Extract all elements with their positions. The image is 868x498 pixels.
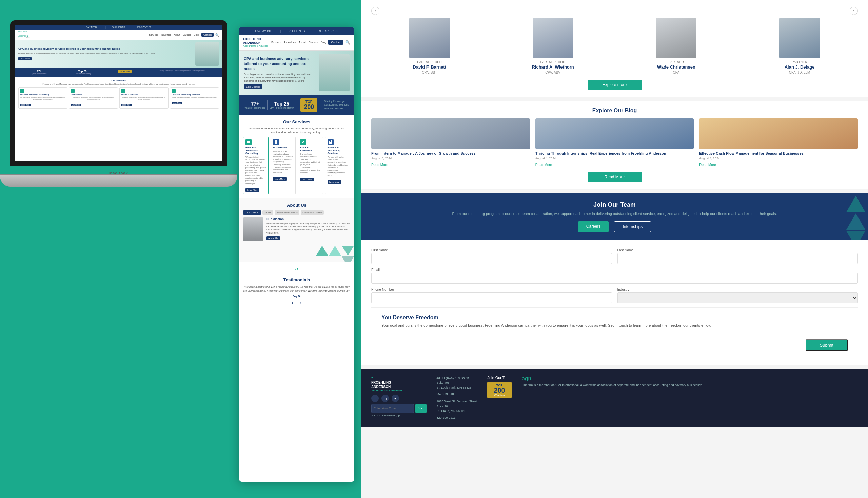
- phone-quote-icon: “: [243, 266, 350, 277]
- phone-hero-text: CPA and business advisory services tailo…: [244, 56, 315, 89]
- laptop-mockup: PAY MY BILL | FA CLIENTS | 952-979-3100 …: [0, 21, 237, 197]
- newsletter-form: Join: [371, 404, 427, 413]
- internships-btn[interactable]: Internships: [614, 221, 651, 232]
- laptop-stat-years: 77+ years of experience: [32, 69, 47, 75]
- footer-instagram-icon[interactable]: ●: [392, 394, 399, 402]
- blog-read-more-1[interactable]: Read More: [371, 163, 388, 167]
- phone-about-tabs[interactable]: Our Mission 5040 Top 200 Places to Work …: [243, 210, 350, 215]
- laptop-svc-card-1: Business Advisory & Consulting We specia…: [18, 87, 67, 108]
- blog-grid: From Intern to Manager: A Journey of Gro…: [371, 118, 858, 167]
- blog-image-3: [699, 118, 858, 149]
- phone-hero-cta[interactable]: Let's Discuss: [244, 84, 263, 89]
- partners-prev-btn[interactable]: ‹: [371, 7, 379, 15]
- phone-about-content: Our Mission We have a simple philosophy …: [243, 218, 350, 241]
- phone-phone: 952-979-3100: [319, 29, 338, 32]
- laptop-stat-award: TOP 200: [118, 69, 132, 75]
- phone-nav-links: Services Industries About Careers Blog: [271, 41, 326, 44]
- phone-about-text: Our Mission We have a simple philosophy …: [266, 218, 350, 241]
- phone-frame: PAY MY BILL | FA CLIENTS | 952-979-3100 …: [239, 27, 354, 482]
- first-name-input[interactable]: [371, 253, 612, 264]
- phone-search-icon[interactable]: 🔍: [345, 40, 350, 45]
- partner-card-3: PARTNER Wade Christensen CPA: [618, 18, 735, 74]
- laptop-stat-top: Top 25 CPA Firms consistently: [74, 69, 91, 75]
- join-team-buttons: Careers Internships: [371, 221, 858, 232]
- laptop-svc-card-4: Finance & Accounting Solutions Partner w…: [170, 87, 219, 108]
- partner-photo-3: [656, 18, 696, 58]
- laptop-bezel: PAY MY BILL | FA CLIENTS | 952-979-3100 …: [10, 21, 227, 166]
- partners-next-btn[interactable]: ›: [850, 7, 858, 15]
- phone-about-image: [243, 218, 264, 241]
- blog-read-more-2[interactable]: Read More: [535, 163, 552, 167]
- laptop-svc-icon-1: [20, 89, 24, 93]
- footer-agn-col: agn Our firm is a member of AGN Internat…: [522, 376, 703, 388]
- email-input[interactable]: [371, 273, 858, 284]
- explore-more-btn[interactable]: Explore more: [588, 80, 642, 90]
- phone-hero-image: [319, 54, 350, 91]
- laptop-contact-btn[interactable]: Contact: [201, 33, 214, 37]
- blog-read-more-all-btn[interactable]: Read More: [588, 172, 642, 182]
- form-industry-field: Industry: [617, 288, 858, 303]
- phone-svc-card-2: Tax Services Whether you're navigating a…: [270, 137, 296, 194]
- phone-svc-icon-3: [300, 139, 306, 145]
- form-contact-row: Email: [371, 268, 858, 284]
- phone-testimonial-prev[interactable]: ‹: [292, 300, 293, 305]
- laptop-services: Our Services Founded in 1946 as a Minnes…: [15, 77, 223, 111]
- last-name-input[interactable]: [617, 253, 858, 264]
- phone-tab-5040[interactable]: 5040: [263, 210, 273, 215]
- laptop-search-icon[interactable]: 🔍: [215, 33, 219, 37]
- blog-image-2: [535, 118, 694, 149]
- footer-linkedin-icon[interactable]: in: [382, 394, 389, 402]
- footer-section: ■ FROEHLING ANDERSON Accountants & Advis…: [361, 369, 868, 427]
- phone-pay-bill: PAY MY BILL: [255, 29, 273, 32]
- submit-btn[interactable]: Submit: [806, 339, 847, 351]
- phone-tab-top200[interactable]: Top 200 Places to Work: [275, 210, 299, 215]
- phone-teal-decoration: [239, 245, 354, 262]
- laptop-hero: CPA and business advisory services tailo…: [15, 40, 223, 67]
- laptop-svc-card-3: Audit & Assurance Our audit and assuranc…: [119, 87, 169, 108]
- blog-card-2: Thriving Through Internships: Real Exper…: [535, 118, 694, 167]
- form-last-name-field: Last Name: [617, 248, 858, 264]
- careers-btn[interactable]: Careers: [578, 221, 609, 232]
- phone-award: TOP 200: [301, 98, 317, 112]
- phone-about-btn[interactable]: About Us: [266, 236, 280, 240]
- partner-photo-2: [533, 18, 573, 58]
- newsletter-email-input[interactable]: [371, 404, 414, 413]
- phone-contact-btn[interactable]: Contact: [328, 40, 343, 45]
- join-triangles-decoration: [827, 193, 868, 240]
- phone-svc-card-4: Finance & Accounting Solutions Partner w…: [325, 137, 351, 194]
- blog-read-more-3[interactable]: Read More: [699, 163, 716, 167]
- footer-facebook-icon[interactable]: f: [371, 394, 379, 402]
- svg-rect-7: [330, 142, 331, 144]
- phone-mockup: PAY MY BILL | FA CLIENTS | 952-979-3100 …: [239, 27, 354, 482]
- blog-card-1: From Intern to Manager: A Journey of Gro…: [371, 118, 530, 167]
- phone-input[interactable]: [371, 292, 612, 303]
- industry-select[interactable]: [617, 292, 858, 303]
- partners-carousel: ‹ ›: [371, 7, 858, 15]
- phone-topbar: PAY MY BILL | FA CLIENTS | 952-979-3100: [239, 27, 354, 35]
- phone-services-section: Our Services Founded in 1946 as a Minnes…: [239, 115, 354, 198]
- form-first-name-field: First Name: [371, 248, 612, 264]
- laptop-logo: FROEHLING ANDERSON Accountants & Advisor…: [18, 31, 32, 39]
- newsletter-join-btn[interactable]: Join: [415, 404, 427, 413]
- laptop-topbar: PAY MY BILL | FA CLIENTS | 952-979-3100: [15, 25, 223, 29]
- phone-testimonial-next[interactable]: ›: [300, 300, 302, 305]
- laptop-cta-btn[interactable]: Let's Discuss: [18, 57, 31, 61]
- partners-grid: PARTNER, CEO David F. Barnett CPA, SBT P…: [371, 18, 858, 74]
- form-phone-field: Phone Number: [371, 288, 612, 303]
- join-team-section: Join Our Team From our mentoring program…: [361, 193, 868, 240]
- footer-logo-col: ■ FROEHLING ANDERSON Accountants & Advis…: [371, 376, 427, 417]
- phone-stat-top: Top 25 CPA Firms consistently: [269, 101, 294, 109]
- laptop-navbar: FROEHLING ANDERSON Accountants & Advisor…: [15, 29, 223, 40]
- phone-tab-mission[interactable]: Our Mission: [243, 210, 261, 215]
- phone-stats-bar: 77+ years of experience Top 25 CPA Firms…: [239, 95, 354, 115]
- contact-form-section: First Name Last Name Email Phone Number …: [361, 240, 868, 365]
- phone-tab-internships[interactable]: Internships & Careers: [301, 210, 324, 215]
- phone-navbar: FROEHLING ANDERSON Accountants & Advisor…: [239, 35, 354, 51]
- phone-logo: FROEHLING ANDERSON Accountants & Advisor…: [243, 37, 268, 48]
- laptop-pay-bill: PAY MY BILL: [86, 26, 101, 28]
- laptop-svc-icon-4: [172, 89, 176, 93]
- footer-social-links: f in ●: [371, 394, 427, 402]
- svg-rect-0: [247, 141, 250, 144]
- phone-svc-card-1: Business Advisory & Consulting We specia…: [243, 137, 269, 194]
- laptop-svc-icon-2: [70, 89, 75, 93]
